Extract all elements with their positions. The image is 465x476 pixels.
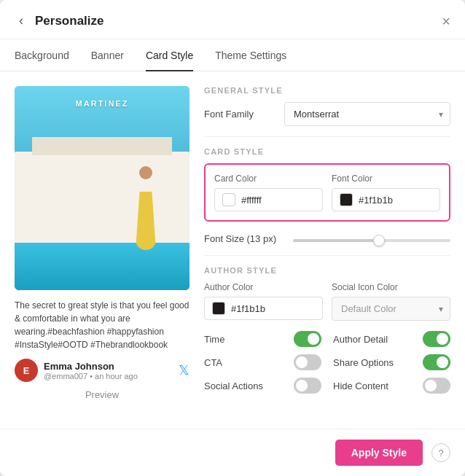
divider-1 [204,136,450,137]
tab-theme-settings[interactable]: Theme Settings [215,39,286,71]
toggle-share-slider [423,354,450,370]
tab-card-style[interactable]: Card Style [146,39,193,71]
author-handle: @emma007 • an hour ago [44,372,138,381]
back-button[interactable]: ‹ [15,12,28,30]
card-style-section: Card Color #ffffff Font Color #1f1b1b [204,163,450,222]
author-color-input[interactable]: #1f1b1b [204,297,323,320]
toggle-author-detail-label: Author Detail [333,334,388,345]
tab-banner[interactable]: Banner [91,39,124,71]
toggle-social-actions[interactable] [294,378,321,394]
author-name: Emma Johnson [44,361,138,372]
font-color-input[interactable]: #1f1b1b [332,188,440,211]
card-author: E Emma Johnson @emma007 • an hour ago 𝕏 [15,359,189,382]
font-color-field: Font Color #1f1b1b [332,173,440,211]
author-color-field: Author Color #1f1b1b [204,282,323,321]
general-style-label: GENERAL STYLE [204,86,450,95]
card-color-label: Card Color [214,173,323,184]
toggle-cta-row: CTA [204,354,321,370]
social-icon-label: Social Icon Color [332,282,450,292]
avatar: E [15,359,38,382]
card-info: The secret to great style is that you fe… [15,290,189,406]
font-family-select[interactable]: Montserrat Roboto Open Sans Lato Poppins [284,102,450,126]
card-color-field: Card Color #ffffff [214,173,323,211]
card-color-input[interactable]: #ffffff [214,188,323,211]
card-color-swatch [222,193,235,206]
author-color-row: Author Color #1f1b1b Social Icon Color D… [204,282,450,321]
toggle-time-slider [294,331,321,347]
modal-title: Personalize [35,14,104,28]
card-description: The secret to great style is that you fe… [15,299,189,351]
preview-image: MARTINEZ [15,86,189,290]
figure-head [139,166,152,179]
toggle-social-actions-label: Social Actions [204,381,263,391]
close-button[interactable]: × [442,14,450,28]
font-size-slider[interactable] [293,239,450,242]
tab-background[interactable]: Background [15,39,69,71]
author-info: Emma Johnson @emma007 • an hour ago [44,361,138,381]
toggle-hide-content-label: Hide Content [333,381,388,391]
preview-link[interactable]: Preview [15,389,189,400]
header-left: ‹ Personalize [15,12,104,30]
figure-body [136,192,156,250]
card-color-value: #ffffff [241,195,262,206]
toggle-cta[interactable] [294,354,321,370]
font-color-value: #1f1b1b [359,195,393,206]
personalize-modal: ‹ Personalize × Background Banner Card S… [0,0,465,476]
toggle-hide-content-slider [423,378,450,394]
font-size-row: Font Size (13 px) [204,232,450,245]
toggle-time-label: Time [204,334,224,345]
font-size-slider-wrapper [293,232,450,245]
twitter-icon: 𝕏 [179,362,189,378]
font-color-label: Font Color [332,173,440,184]
toggle-author-detail[interactable] [423,331,450,347]
toggle-share[interactable] [423,354,450,370]
scene-label: MARTINEZ [76,99,129,108]
social-icon-select[interactable]: Default Color Custom Color [332,297,450,321]
toggle-author-detail-slider [423,331,450,347]
font-color-swatch [340,193,353,206]
author-color-swatch [212,302,225,315]
help-button[interactable]: ? [431,443,450,462]
font-family-row: Font Family Montserrat Roboto Open Sans … [204,102,450,126]
card-style-label: CARD STYLE [204,147,450,156]
toggle-hide-content-row: Hide Content [333,378,450,394]
author-style-section: AUTHOR STYLE Author Color #1f1b1b Social… [204,266,450,394]
apply-style-button[interactable]: Apply Style [335,440,423,466]
font-family-select-wrapper: Montserrat Roboto Open Sans Lato Poppins… [284,102,450,126]
toggle-hide-content[interactable] [423,378,450,394]
toggle-grid: Time Author Detail C [204,331,450,394]
toggle-cta-slider [294,354,321,370]
toggle-cta-label: CTA [204,357,222,368]
author-style-label: AUTHOR STYLE [204,266,450,275]
toggle-social-actions-slider [294,378,321,394]
author-color-label: Author Color [204,282,323,292]
toggle-share-row: Share Options [333,354,450,370]
right-panel: GENERAL STYLE Font Family Montserrat Rob… [204,86,450,414]
modal-footer: Apply Style ? [0,429,465,476]
font-family-label: Font Family [204,109,277,120]
social-icon-select-wrapper: Default Color Custom Color ▾ [332,297,450,321]
scene-figure [124,163,168,250]
color-row: Card Color #ffffff Font Color #1f1b1b [214,173,440,211]
toggle-time-row: Time [204,331,321,347]
tabs-bar: Background Banner Card Style Theme Setti… [0,39,465,71]
toggle-social-actions-row: Social Actions [204,378,321,394]
social-icon-field: Social Icon Color Default Color Custom C… [332,282,450,321]
toggle-author-detail-row: Author Detail [333,331,450,347]
left-panel: MARTINEZ The secret to great style is th… [15,86,189,414]
font-size-label: Font Size (13 px) [204,233,284,244]
divider-2 [204,255,450,256]
author-left: E Emma Johnson @emma007 • an hour ago [15,359,138,382]
author-color-value: #1f1b1b [231,303,265,314]
toggle-share-label: Share Options [333,357,394,368]
modal-header: ‹ Personalize × [0,0,465,39]
toggle-time[interactable] [294,331,321,347]
content-area: MARTINEZ The secret to great style is th… [0,71,465,429]
